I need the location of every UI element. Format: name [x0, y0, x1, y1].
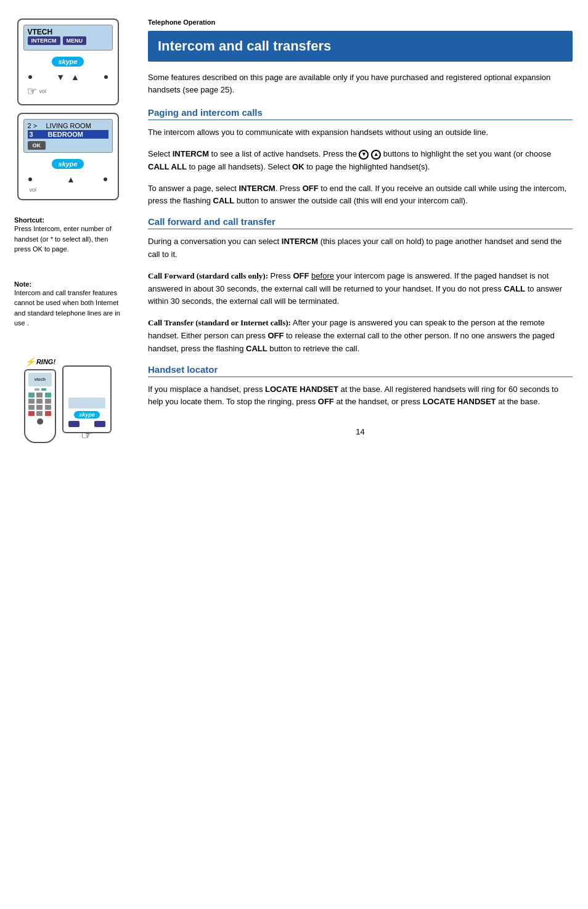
item-room-1: LIVING ROOM: [46, 122, 91, 129]
phone-device-2: 2 > LIVING ROOM 3 BEDROOM OK skype ▲: [17, 113, 119, 200]
handset-end-dot: [37, 418, 43, 425]
left-column: VTECH INTERCM MENU skype ▼ ▲ ☞ vol: [0, 12, 136, 449]
down-nav-symbol: ▼: [359, 150, 369, 160]
nav-row-2: ▲: [23, 173, 113, 185]
shortcut-box: Shortcut: Press Intercom, enter number o…: [9, 213, 126, 258]
up-nav-symbol: ▲: [371, 150, 381, 160]
base-skype-logo: skype: [74, 411, 100, 418]
right-dot-2: [104, 177, 107, 181]
ok-btn: OK: [28, 141, 46, 150]
skype-logo-1: skype: [52, 57, 83, 67]
call-transfer-label: Call Transfer (standard or Internet call…: [148, 318, 291, 327]
heading-call-forward: Call forward and call transfer: [148, 216, 573, 229]
heading-handset-locator: Handset locator: [148, 364, 573, 377]
item-room-2: BEDROOM: [48, 131, 83, 138]
paging-para-2: Select INTERCM to see a list of active h…: [148, 148, 573, 174]
shortcut-text: Press Intercom, enter number of handset …: [14, 224, 121, 255]
heading-paging: Paging and intercom calls: [148, 107, 573, 120]
call-forward-label: Call Forward (stardard calls only):: [148, 271, 268, 280]
base-image: skype ☞: [62, 365, 112, 443]
hand-area-1: ☞ vol: [23, 83, 113, 99]
skype-logo-2: skype: [52, 159, 83, 169]
left-dot: [28, 75, 32, 79]
item-num-2: 3: [30, 131, 44, 138]
phone-screen-1: VTECH INTERCM MENU: [23, 25, 113, 51]
base-screen: [68, 397, 105, 409]
handset-locator-para: If you misplace a handset, press LOCATE …: [148, 383, 573, 409]
hand-area-2: vol: [23, 185, 113, 194]
vol-label: vol: [39, 88, 47, 94]
call-forward-para-2: Call Forward (stardard calls only): Pres…: [148, 270, 573, 308]
call-transfer-para: Call Transfer (standard or Internet call…: [148, 317, 573, 355]
page-title: Intercom and call transfers: [148, 31, 573, 62]
lightning-icon: ⚡: [25, 357, 35, 367]
intro-text: Some features described on this page are…: [148, 71, 573, 96]
right-column: Telephone Operation Intercom and call tr…: [136, 12, 588, 449]
paging-para-3: To answer a page, select INTERCM. Press …: [148, 182, 573, 208]
paging-para-1: The intercom allows you to communicate w…: [148, 126, 573, 139]
call-forward-para-1: During a conversation you can select INT…: [148, 235, 573, 261]
list-row-2: 3 BEDROOM: [28, 130, 108, 139]
bottom-phones: ⚡ RING! vtech: [9, 357, 126, 443]
brand-label: VTECH: [28, 28, 108, 36]
note-label: Note:: [14, 280, 121, 288]
handset-brand: vtech: [35, 377, 46, 381]
ring-label: RING!: [36, 358, 55, 365]
ring-text: ⚡ RING!: [25, 357, 55, 367]
base-btns: [68, 421, 105, 427]
page-number: 14: [148, 427, 573, 436]
hand-cursor-1: ☞: [27, 84, 37, 98]
nav-row-1: ▼ ▲: [23, 71, 113, 83]
base-station: skype: [62, 365, 112, 433]
cordless-handset: vtech: [24, 369, 56, 443]
right-dot: [104, 75, 108, 79]
note-text: Intercom and call transfer features cann…: [14, 288, 121, 328]
phone-buttons-row-1: INTERCM MENU: [28, 36, 108, 45]
section-label: Telephone Operation: [148, 18, 573, 26]
list-row-1: 2 > LIVING ROOM: [28, 122, 108, 129]
indicator-row: [35, 388, 46, 391]
note-box: Note: Intercom and call transfer feature…: [9, 277, 126, 332]
item-num-1: 2 >: [28, 122, 43, 129]
shortcut-label: Shortcut:: [14, 216, 121, 224]
left-dot-2: [28, 177, 32, 181]
handset-image: ⚡ RING! vtech: [24, 357, 56, 443]
phone-screen-2: 2 > LIVING ROOM 3 BEDROOM OK: [23, 119, 113, 153]
intercm-button: INTERCM: [28, 36, 60, 45]
down-arrow: ▼: [56, 72, 65, 82]
up-arrow: ▲: [71, 72, 80, 82]
phone-device-1: VTECH INTERCM MENU skype ▼ ▲ ☞ vol: [17, 18, 119, 105]
hand-cursor-2: vol: [30, 187, 37, 193]
menu-button: MENU: [63, 36, 87, 45]
up-arrow-2: ▲: [67, 174, 75, 184]
key-grid: [28, 393, 52, 416]
handset-screen: vtech: [28, 373, 52, 386]
